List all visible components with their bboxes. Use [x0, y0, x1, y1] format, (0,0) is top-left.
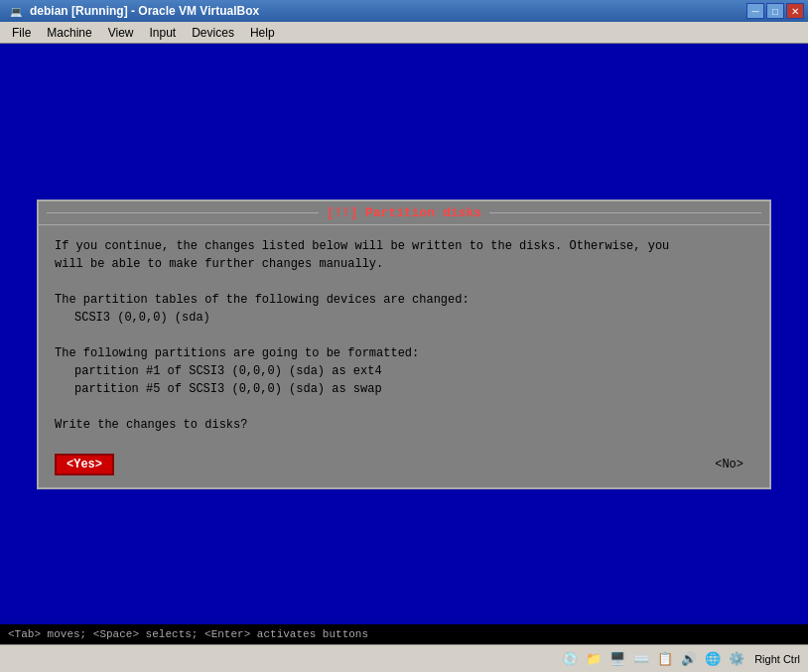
- partition-dialog: [!!] Partition disks If you continue, th…: [37, 200, 771, 489]
- vm-status-text: <Tab> moves; <Space> selects; <Enter> ac…: [8, 628, 368, 640]
- menu-file[interactable]: File: [4, 24, 39, 42]
- dialog-line-6: partition #1 of SCSI3 (0,0,0) (sda) as e…: [55, 362, 753, 380]
- window-title: debian [Running] - Oracle VM VirtualBox: [30, 4, 259, 18]
- dialog-line-4: SCSI3 (0,0,0) (sda): [55, 309, 753, 327]
- no-button[interactable]: <No>: [705, 456, 753, 473]
- vm-status-bar: <Tab> moves; <Space> selects; <Enter> ac…: [0, 624, 808, 644]
- app-icon: 💻: [8, 3, 24, 19]
- dialog-line-2: will be able to make further changes man…: [55, 255, 753, 273]
- title-bar-left: 💻 debian [Running] - Oracle VM VirtualBo…: [8, 3, 259, 19]
- close-button[interactable]: ✕: [786, 3, 804, 19]
- status-icon-5: 📋: [655, 649, 675, 669]
- dialog-buttons: <Yes> <No>: [39, 446, 769, 487]
- dialog-line-7: partition #5 of SCSI3 (0,0,0) (sda) as s…: [55, 380, 753, 398]
- title-dash-right: [489, 212, 761, 213]
- dialog-line-5: The following partitions are going to be…: [55, 344, 753, 362]
- status-icon-8: ⚙️: [727, 649, 746, 669]
- dialog-line-8: Write the changes to disks?: [55, 416, 753, 434]
- dialog-title-line: [!!] Partition disks: [47, 205, 761, 220]
- minimize-button[interactable]: ─: [746, 3, 764, 19]
- status-icon-4: ⌨️: [631, 649, 651, 669]
- dialog-line-1: If you continue, the changes listed belo…: [55, 237, 753, 255]
- status-icon-7: 🌐: [703, 649, 723, 669]
- window-status-bar: 💿 📁 🖥️ ⌨️ 📋 🔊 🌐 ⚙️ Right Ctrl: [0, 644, 808, 672]
- menu-devices[interactable]: Devices: [184, 24, 242, 42]
- status-icon-1: 💿: [560, 649, 580, 669]
- dialog-content: If you continue, the changes listed belo…: [39, 225, 769, 446]
- restore-button[interactable]: □: [766, 3, 784, 19]
- dialog-title-text: [!!] Partition disks: [319, 205, 489, 220]
- title-controls[interactable]: ─ □ ✕: [746, 3, 804, 19]
- title-dash-left: [47, 212, 319, 213]
- menu-help[interactable]: Help: [242, 24, 283, 42]
- dialog-line-3: The partition tables of the following de…: [55, 291, 753, 309]
- right-ctrl-label: Right Ctrl: [750, 653, 800, 665]
- vm-display-area: [!!] Partition disks If you continue, th…: [0, 44, 808, 644]
- dialog-title-bar: [!!] Partition disks: [39, 202, 769, 225]
- menu-input[interactable]: Input: [142, 24, 185, 42]
- status-icon-3: 🖥️: [607, 649, 627, 669]
- yes-button[interactable]: <Yes>: [55, 454, 114, 475]
- menu-machine[interactable]: Machine: [39, 24, 99, 42]
- status-icon-2: 📁: [584, 649, 604, 669]
- menu-view[interactable]: View: [100, 24, 142, 42]
- status-icon-6: 🔊: [679, 649, 699, 669]
- title-bar: 💻 debian [Running] - Oracle VM VirtualBo…: [0, 0, 808, 22]
- menu-bar: File Machine View Input Devices Help: [0, 22, 808, 44]
